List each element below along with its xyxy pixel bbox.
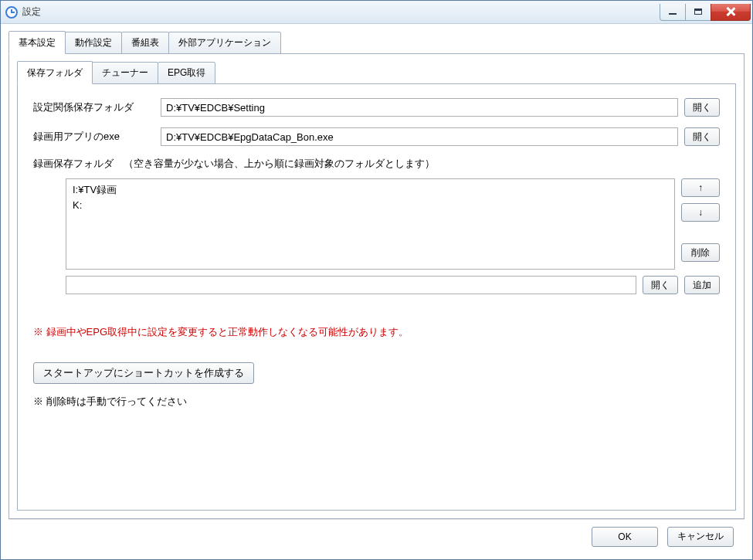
rec-app-row: 録画用アプリのexe 開く [33,127,720,146]
tab-program-guide[interactable]: 番組表 [121,32,169,54]
add-button[interactable]: 追加 [684,276,720,294]
close-button[interactable] [711,4,751,21]
new-folder-open-button[interactable]: 開く [643,276,678,294]
create-startup-shortcut-button[interactable]: スタートアップにショートカットを作成する [33,362,254,384]
settings-window: 設定 基本設定 動作設定 番組表 外部アプリケーション 保存フォルダ チューナー… [0,0,753,560]
rec-folder-listbox[interactable]: I:¥TV録画 K: [66,178,675,270]
primary-tabs: 基本設定 動作設定 番組表 外部アプリケーション [8,32,745,54]
tab-external-app[interactable]: 外部アプリケーション [168,32,281,54]
list-side-buttons: ↑ ↓ 削除 [681,178,720,262]
clock-icon [5,6,18,19]
settings-folder-label: 設定関係保存フォルダ [33,100,161,114]
rec-app-label: 録画用アプリのexe [33,130,161,144]
maximize-button[interactable] [685,4,711,21]
tab-epg[interactable]: EPG取得 [158,62,215,84]
settings-folder-input[interactable] [161,98,678,117]
content-area: 基本設定 動作設定 番組表 外部アプリケーション 保存フォルダ チューナー EP… [1,24,752,559]
ok-button[interactable]: OK [592,527,658,547]
rec-folder-list-row: I:¥TV録画 K: ↑ ↓ 削除 [33,178,720,270]
list-item[interactable]: K: [71,198,670,213]
settings-folder-row: 設定関係保存フォルダ 開く [33,98,720,117]
note-text: ※ 削除時は手動で行ってください [33,395,720,409]
move-up-button[interactable]: ↑ [681,178,720,197]
tab-save-folder[interactable]: 保存フォルダ [17,61,93,84]
delete-button[interactable]: 削除 [681,243,720,262]
maximize-icon [694,8,702,15]
secondary-tab-panel: 設定関係保存フォルダ 開く 録画用アプリのexe 開く 録画保存フォルダ （空き… [17,83,736,511]
rec-app-input[interactable] [161,127,678,146]
dialog-buttons: OK キャンセル [8,519,745,553]
cancel-button[interactable]: キャンセル [667,527,734,547]
titlebar[interactable]: 設定 [1,1,752,24]
tab-basic-settings[interactable]: 基本設定 [8,31,66,54]
move-down-button[interactable]: ↓ [681,203,720,222]
tab-tuner[interactable]: チューナー [92,62,158,84]
secondary-tabs: 保存フォルダ チューナー EPG取得 [17,62,736,84]
add-folder-row: 開く 追加 [66,276,720,294]
warning-text: ※ 録画中やEPG取得中に設定を変更すると正常動作しなくなる可能性があります。 [33,325,720,339]
close-icon [725,6,736,17]
minimize-button[interactable] [660,4,686,21]
primary-tab-panel: 保存フォルダ チューナー EPG取得 設定関係保存フォルダ 開く 録画用アプリの… [8,53,745,519]
window-title: 設定 [22,5,660,19]
window-controls [660,4,751,21]
new-folder-input[interactable] [66,276,636,294]
rec-folder-label: 録画保存フォルダ （空き容量が少ない場合、上から順に録画対象のフォルダとします） [33,157,720,171]
tab-operation-settings[interactable]: 動作設定 [65,32,122,54]
minimize-icon [669,13,677,15]
rec-app-open-button[interactable]: 開く [684,127,720,146]
list-item[interactable]: I:¥TV録画 [71,182,670,198]
settings-folder-open-button[interactable]: 開く [684,98,720,117]
